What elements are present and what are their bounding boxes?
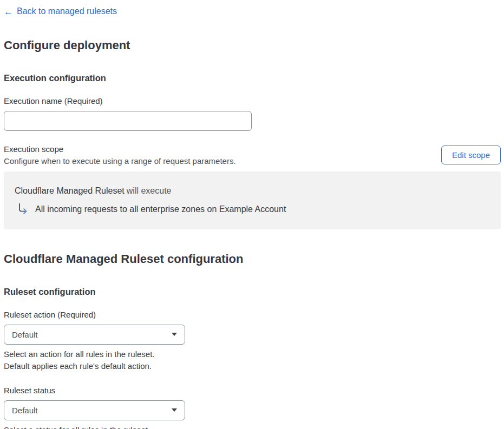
scope-summary-detail: All incoming requests to all enterprise … — [17, 203, 490, 216]
execution-scope-description: Configure when to execute using a range … — [4, 156, 236, 166]
will-execute-text: will execute — [127, 186, 172, 195]
ruleset-status-help-1: Select a status for all rules in the rul… — [4, 424, 501, 429]
execution-name-label: Execution name (Required) — [4, 96, 501, 105]
ruleset-configuration-subheading: Ruleset configuration — [4, 287, 501, 297]
edit-scope-button[interactable]: Edit scope — [441, 146, 501, 164]
scope-summary-headline: Cloudflare Managed Rulesetwill execute — [15, 186, 490, 196]
dropdown-caret-icon — [172, 333, 177, 336]
execution-configuration-heading: Execution configuration — [4, 73, 501, 83]
ruleset-status-select[interactable]: Default — [4, 400, 185, 420]
back-to-managed-rulesets-link[interactable]: ← Back to managed rulesets — [4, 6, 117, 16]
ruleset-action-select[interactable]: Default — [4, 325, 185, 345]
ruleset-configuration-heading: Cloudflare Managed Ruleset configuration — [4, 252, 501, 266]
ruleset-action-label: Ruleset action (Required) — [4, 310, 501, 319]
scope-summary-panel: Cloudflare Managed Rulesetwill execute A… — [4, 171, 501, 229]
execution-name-input[interactable] — [4, 111, 252, 131]
execution-scope-text-block: Execution scope Configure when to execut… — [4, 144, 236, 166]
branch-arrow-icon — [17, 203, 29, 216]
ruleset-action-help-2: Default applies each rule's default acti… — [4, 360, 501, 372]
page-title: Configure deployment — [4, 38, 501, 52]
ruleset-action-value: Default — [12, 330, 38, 339]
ruleset-name: Cloudflare Managed Ruleset — [15, 186, 125, 195]
ruleset-status-label: Ruleset status — [4, 386, 501, 395]
ruleset-action-help-1: Select an action for all rules in the ru… — [4, 348, 501, 360]
back-link-label: Back to managed rulesets — [17, 6, 117, 16]
execution-scope-row: Execution scope Configure when to execut… — [4, 144, 501, 166]
scope-summary-text: All incoming requests to all enterprise … — [35, 204, 286, 214]
ruleset-status-value: Default — [12, 406, 38, 415]
execution-scope-label: Execution scope — [4, 144, 236, 154]
dropdown-caret-icon — [172, 408, 177, 412]
back-arrow-icon: ← — [4, 7, 13, 16]
